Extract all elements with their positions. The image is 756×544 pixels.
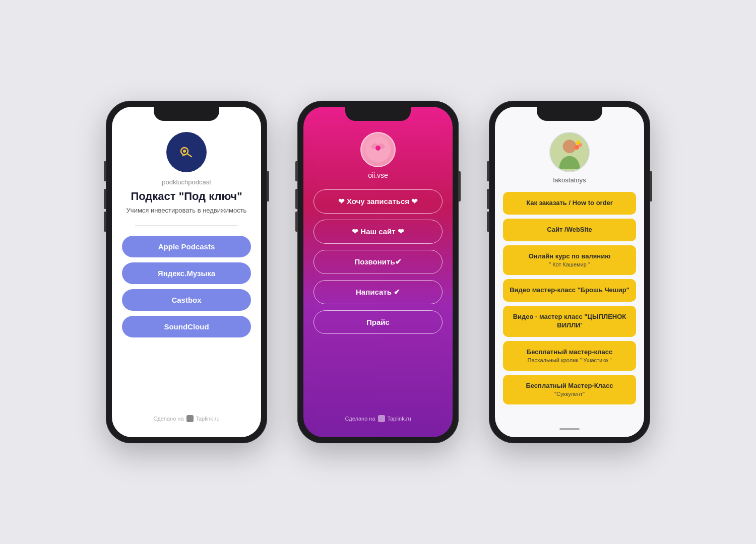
want-signup-button[interactable]: ❤ Хочу записаться ❤ xyxy=(313,189,443,214)
call-button[interactable]: Позвонить✔ xyxy=(313,250,443,274)
phone-2-username: oii.vse xyxy=(368,171,388,179)
phone-3-avatar xyxy=(549,132,590,172)
svg-point-7 xyxy=(375,146,381,151)
free-masterclass-rabbit-button[interactable]: Бесплатный мастер-класс Пасхальный кроли… xyxy=(503,341,636,371)
apple-podcasts-button[interactable]: Apple Podcasts xyxy=(122,236,251,257)
castbox-button[interactable]: Castbox xyxy=(122,289,251,311)
phone-1-notch xyxy=(154,107,219,121)
phone-3-screen: lakostatoys Как заказать / How to order … xyxy=(495,107,644,437)
phone-1-username: podkluchpodcast xyxy=(162,178,211,186)
video-masterclass-chicken-button[interactable]: Видео - мастер класс "ЦЫПЛЕНОК ВИЛЛИ' xyxy=(503,306,636,337)
phone-3-inner: lakostatoys Как заказать / How to order … xyxy=(495,107,644,437)
phone-3: lakostatoys Как заказать / How to order … xyxy=(489,101,650,443)
phone-2-notch xyxy=(345,107,411,121)
avatar-3-icon xyxy=(550,132,589,172)
website-button[interactable]: Сайт /WebSite xyxy=(503,219,636,241)
logo-icon xyxy=(174,140,199,164)
svg-point-0 xyxy=(176,142,197,162)
taplink-icon xyxy=(186,415,194,422)
phone-2-avatar xyxy=(360,132,396,167)
svg-point-3 xyxy=(183,150,186,153)
phone-1-title: Подкаст "Под ключ" xyxy=(131,190,242,203)
phone-3-notch xyxy=(537,107,602,121)
phone-3-home-indicator xyxy=(559,428,580,430)
phone-1-subtitle: Учимся инвестировать в недвижимость xyxy=(127,206,247,215)
how-to-order-button[interactable]: Как заказать / How to order xyxy=(503,192,636,215)
price-button[interactable]: Прайс xyxy=(313,310,443,334)
taplink-icon-2 xyxy=(378,415,385,422)
phone-2-footer: Сделано на Taplink.ru xyxy=(345,415,411,422)
soundcloud-button[interactable]: SoundCloud xyxy=(122,316,251,337)
phone-2-inner: oii.vse ❤ Хочу записаться ❤ ❤ Наш сайт ❤… xyxy=(303,107,453,437)
phone-1: podkluchpodcast Подкаст "Под ключ" Учимс… xyxy=(106,101,267,443)
phone-1-inner: podkluchpodcast Подкаст "Под ключ" Учимс… xyxy=(112,107,261,437)
phone-1-divider xyxy=(135,225,238,226)
yandex-music-button[interactable]: Яндекс.Музыка xyxy=(122,262,251,284)
write-button[interactable]: Написать ✔ xyxy=(313,280,443,304)
our-site-button[interactable]: ❤ Наш сайт ❤ xyxy=(313,220,443,244)
phone-1-footer: Сделано на Taplink.ru xyxy=(153,415,219,422)
phone-2-screen: oii.vse ❤ Хочу записаться ❤ ❤ Наш сайт ❤… xyxy=(303,107,453,437)
avatar-icon xyxy=(365,137,391,162)
phone-2: oii.vse ❤ Хочу записаться ❤ ❤ Наш сайт ❤… xyxy=(297,101,459,443)
phones-container: podkluchpodcast Подкаст "Под ключ" Учимс… xyxy=(86,81,670,463)
free-masterclass-succulent-button[interactable]: Бесплатный Мастер-Класс "Суккулент" xyxy=(503,375,636,404)
phone-1-logo xyxy=(166,132,207,172)
svg-point-12 xyxy=(576,141,580,145)
svg-point-9 xyxy=(563,140,577,153)
video-masterclass-brosh-button[interactable]: Видео мастер-класс "Брошь Чешир" xyxy=(503,279,636,302)
online-course-button[interactable]: Онлайн курс по валянию " Кот Кашемир " xyxy=(503,245,636,275)
phone-3-username: lakostatoys xyxy=(553,176,586,184)
phone-1-screen: podkluchpodcast Подкаст "Под ключ" Учимс… xyxy=(112,107,261,437)
